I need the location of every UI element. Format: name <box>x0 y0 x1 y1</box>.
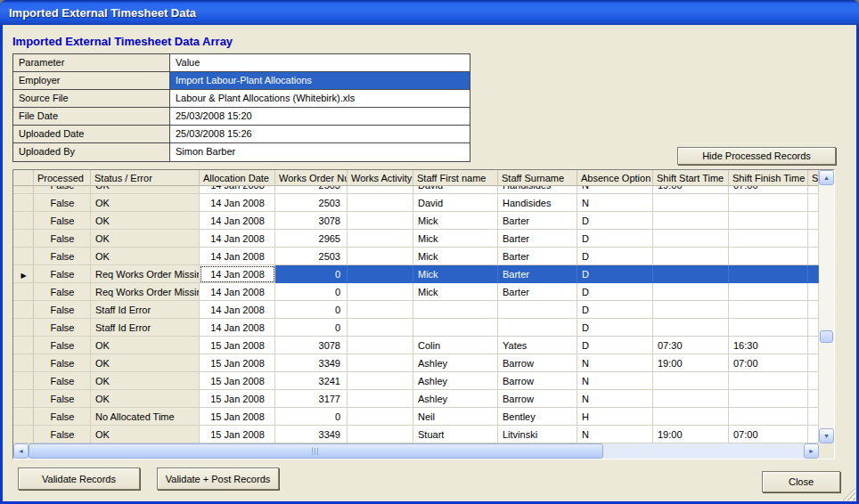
grid-cell[interactable]: 3177 <box>275 390 348 408</box>
grid-cell[interactable] <box>653 390 729 408</box>
validate-post-records-button[interactable]: Validate + Post Records <box>157 467 279 490</box>
grid-cell[interactable]: 07:00 <box>729 426 808 443</box>
grid-cell[interactable]: David <box>413 194 498 212</box>
grid-cell[interactable]: Mick <box>413 212 498 230</box>
grid-cell[interactable] <box>413 301 498 319</box>
grid-cell[interactable]: N <box>577 354 653 372</box>
grid-cell[interactable]: Barrow <box>498 354 577 372</box>
table-row[interactable]: ▶FalseReq Works Order Missing14 Jan 2008… <box>13 265 819 283</box>
column-header[interactable] <box>13 170 34 186</box>
grid-cell[interactable]: Mick <box>413 283 498 301</box>
grid-cell[interactable]: OK <box>91 230 200 248</box>
grid-cell[interactable]: 16:30 <box>729 337 808 354</box>
grid-cell[interactable]: Mick <box>413 230 498 248</box>
column-header[interactable]: Shift Start Time <box>653 170 729 186</box>
scroll-up-icon[interactable]: ▲ <box>819 170 834 185</box>
vertical-scroll-thumb[interactable] <box>820 330 833 343</box>
grid-cell[interactable] <box>653 372 729 390</box>
column-header[interactable]: Status / Error <box>91 170 200 186</box>
grid-cell[interactable] <box>348 283 413 301</box>
grid-cell[interactable] <box>729 212 808 230</box>
grid-cell[interactable]: 07:30 <box>653 337 729 354</box>
grid-cell[interactable]: 19:00 <box>653 354 729 372</box>
table-row[interactable]: FalseOK15 Jan 20083349AshleyBarrowN19:00… <box>13 354 819 372</box>
row-selector[interactable] <box>13 186 34 194</box>
grid-cell[interactable]: OK <box>91 248 200 265</box>
row-selector[interactable] <box>13 390 34 408</box>
grid-cell[interactable]: OK <box>91 390 200 408</box>
table-row[interactable]: FalseOK15 Jan 20083177AshleyBarrowN <box>13 390 819 408</box>
row-selector[interactable] <box>13 230 34 248</box>
grid-cell[interactable]: False <box>34 372 91 390</box>
grid-cell[interactable] <box>348 408 413 426</box>
grid-cell[interactable] <box>729 194 808 212</box>
grid-cell[interactable]: 15 Jan 2008 <box>200 337 275 354</box>
grid-cell[interactable]: False <box>34 408 91 426</box>
grid-cell[interactable]: 0 <box>275 408 348 426</box>
grid-cell[interactable] <box>498 319 577 337</box>
grid-cell[interactable] <box>348 426 413 443</box>
grid-cell[interactable] <box>653 265 729 283</box>
grid-cell[interactable]: H <box>577 408 653 426</box>
param-value[interactable]: 25/03/2008 15:20 <box>170 108 470 126</box>
column-header[interactable]: Staff First name <box>413 170 498 186</box>
grid-cell[interactable]: OK <box>91 426 200 443</box>
grid-cell[interactable] <box>348 248 413 265</box>
param-value[interactable]: 25/03/2008 15:26 <box>170 126 470 143</box>
table-row[interactable]: FalseOK15 Jan 20083349StuartLitvinskiN19… <box>13 426 819 443</box>
grid-cell[interactable] <box>729 230 808 248</box>
grid-cell[interactable]: 0 <box>275 301 348 319</box>
grid-cell[interactable]: 2503 <box>275 248 348 265</box>
grid-cell[interactable] <box>348 212 413 230</box>
grid-cell[interactable]: Barter <box>498 265 577 283</box>
column-header[interactable]: Processed <box>34 170 91 186</box>
grid-cell[interactable] <box>729 283 808 301</box>
grid-cell[interactable]: False <box>34 212 91 230</box>
grid-cell[interactable]: N <box>577 372 653 390</box>
grid-cell[interactable]: 3349 <box>275 354 348 372</box>
table-row[interactable]: FalseOK15 Jan 20083241AshleyBarrowN <box>13 372 819 390</box>
grid-cell[interactable] <box>348 186 413 194</box>
grid-cell[interactable]: 3078 <box>275 212 348 230</box>
grid-cell[interactable] <box>653 212 729 230</box>
grid-cell[interactable]: 14 Jan 2008 <box>200 283 275 301</box>
grid-cell[interactable]: Mick <box>413 265 498 283</box>
grid-cell[interactable]: D <box>577 283 653 301</box>
grid-cell[interactable]: Handisides <box>498 186 577 194</box>
grid-cell[interactable]: 14 Jan 2008 <box>200 194 275 212</box>
grid-cell[interactable]: Stuart <box>413 426 498 443</box>
grid-cell[interactable]: D <box>577 319 653 337</box>
grid-cell[interactable]: Neil <box>413 408 498 426</box>
grid-cell[interactable] <box>653 283 729 301</box>
grid-cell[interactable]: No Allocated Time <box>91 408 200 426</box>
grid-cell[interactable]: 14 Jan 2008 <box>200 186 275 194</box>
grid-cell[interactable] <box>348 390 413 408</box>
grid-cell[interactable]: Ashley <box>413 390 498 408</box>
grid-cell[interactable] <box>653 248 729 265</box>
grid-cell[interactable]: 07:00 <box>729 354 808 372</box>
grid-cell[interactable] <box>498 301 577 319</box>
column-header[interactable]: Works Order Nu <box>275 170 348 186</box>
grid-cell[interactable]: False <box>34 230 91 248</box>
grid-cell[interactable]: OK <box>91 194 200 212</box>
grid-cell[interactable] <box>348 337 413 354</box>
column-header[interactable]: Absence Option <box>577 170 653 186</box>
row-selector[interactable] <box>13 194 34 212</box>
table-row[interactable]: FalseOK14 Jan 20082503DavidHandisidesN19… <box>13 186 819 194</box>
grid-cell[interactable]: False <box>34 283 91 301</box>
grid-cell[interactable]: False <box>34 301 91 319</box>
grid-cell[interactable]: False <box>34 248 91 265</box>
row-selector[interactable] <box>13 337 34 354</box>
validate-records-button[interactable]: Validate Records <box>18 467 140 490</box>
grid-cell[interactable] <box>808 426 819 443</box>
grid-cell[interactable]: Barter <box>498 230 577 248</box>
grid-cell[interactable] <box>808 354 819 372</box>
grid-cell[interactable] <box>808 283 819 301</box>
grid-cell[interactable] <box>653 194 729 212</box>
column-header[interactable]: Staff Surname <box>498 170 577 186</box>
row-selector[interactable] <box>13 301 34 319</box>
grid-cell[interactable]: False <box>34 390 91 408</box>
grid-cell[interactable]: Ashley <box>413 354 498 372</box>
grid-cell[interactable]: 2503 <box>275 194 348 212</box>
grid-cell[interactable] <box>729 319 808 337</box>
